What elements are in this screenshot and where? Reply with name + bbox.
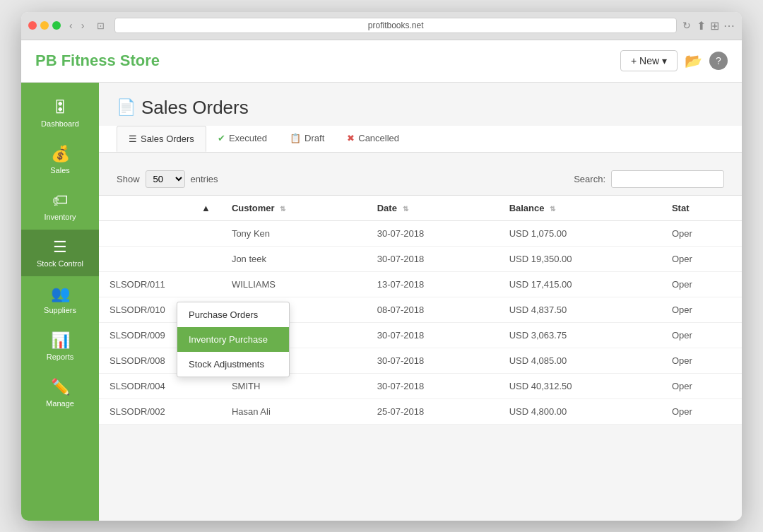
col-sort[interactable]: ▲ [191,195,221,220]
cell-balance: USD 19,350.00 [499,246,661,271]
cell-customer[interactable]: Tony Ken [221,220,367,246]
entries-select[interactable]: 10 25 50 100 [146,170,185,188]
table-controls: Show 10 25 50 100 entries Search: [99,163,742,195]
manage-icon: ✏️ [51,378,70,396]
window-resize-button[interactable]: ⊡ [93,19,109,32]
traffic-lights [28,21,61,30]
sidebar-label-reports: Reports [47,353,74,361]
cell-balance: USD 1,075.00 [499,220,661,246]
sidebar-item-suppliers[interactable]: 👥 Suppliers [21,276,99,323]
forward-button[interactable]: › [78,18,88,32]
address-bar[interactable]: profitbooks.net [114,18,677,33]
traffic-light-green[interactable] [52,21,61,30]
dropdown-item-inventory-purchase[interactable]: Inventory Purchase [177,327,289,352]
table-row: Tony Ken 30-07-2018 USD 1,075.00 Oper [99,220,742,246]
main-content: 📄 Sales Orders ☰ Sales Orders ✔ Executed [99,83,742,521]
search-input[interactable] [611,170,724,188]
sidebar-item-inventory[interactable]: 🏷 Inventory [21,183,99,230]
cell-order-no[interactable]: SLSODR/002 [99,398,191,424]
sidebar-item-stock-control[interactable]: ☰ Stock Control [21,230,99,276]
tab-executed[interactable]: ✔ Executed [206,126,278,152]
traffic-light-red[interactable] [28,21,37,30]
sidebar-label-suppliers: Suppliers [44,306,76,314]
cell-date: 30-07-2018 [367,220,499,246]
cell-customer[interactable]: Jon teek [221,246,367,271]
cell-order-no[interactable]: SLSODR/011 [99,271,191,297]
share-button[interactable]: ⬆ [697,19,706,32]
sales-orders-tab-label: Sales Orders [141,134,194,144]
cell-balance: USD 17,415.00 [499,271,661,297]
dropdown-item-stock-adjustments[interactable]: Stock Adjustments [177,352,289,377]
cell-date: 30-07-2018 [367,322,499,348]
app-container: PB Fitness Store + New ▾ 📂 ? 🎛 Dashboard… [21,40,742,521]
nav-buttons: ‹ › [66,18,87,32]
page-title-icon: 📄 [117,98,136,117]
sidebar-item-sales[interactable]: 💰 Sales [21,136,99,183]
traffic-light-yellow[interactable] [40,21,49,30]
sidebar-label-dashboard: Dashboard [41,119,79,128]
cell-date: 30-07-2018 [367,246,499,271]
table-row: SLSODR/002 Hasan Ali 25-07-2018 USD 4,80… [99,398,742,424]
cell-balance: USD 3,063.75 [499,322,661,348]
col-order-no[interactable] [99,195,191,220]
cell-status: Oper [661,348,742,373]
sidebar-label-inventory: Inventory [44,213,76,221]
sidebar-item-manage[interactable]: ✏️ Manage [21,370,99,416]
new-button[interactable]: + New ▾ [620,50,678,71]
tab-sales-orders[interactable]: ☰ Sales Orders [117,126,206,152]
stock-control-icon: ☰ [53,238,67,256]
sidebar-item-reports[interactable]: 📊 Reports [21,323,99,370]
cell-balance: USD 4,800.00 [499,398,661,424]
reports-icon: 📊 [51,331,70,350]
draft-tab-label: Draft [304,133,324,143]
cell-date: 30-07-2018 [367,373,499,398]
help-icon-button[interactable]: ? [709,52,728,70]
cell-order-no [99,246,191,271]
col-date[interactable]: Date ⇅ [367,195,499,220]
tab-draft[interactable]: 📋 Draft [278,126,336,152]
sales-icon: 💰 [51,145,70,163]
cancelled-tab-icon: ✖ [347,133,355,143]
reload-icon[interactable]: ↻ [682,20,691,31]
col-customer[interactable]: Customer ⇅ [221,195,367,220]
cell-date: 13-07-2018 [367,271,499,297]
cancelled-tab-label: Cancelled [358,133,399,143]
col-balance[interactable]: Balance ⇅ [499,195,661,220]
cell-sort-indicator [191,398,221,424]
sidebar-label-manage: Manage [46,399,74,408]
table-row: Jon teek 30-07-2018 USD 19,350.00 Oper [99,246,742,271]
dropdown-item-purchase-orders[interactable]: Purchase Orders [177,302,289,327]
sidebar-item-dashboard[interactable]: 🎛 Dashboard [21,90,99,136]
browser-actions: ⬆ ⊞ ⋯ [697,19,735,32]
show-label: Show [117,174,140,184]
tab-cancelled[interactable]: ✖ Cancelled [336,126,410,152]
folder-icon-button[interactable]: 📂 [685,52,702,69]
dropdown-menu: Purchase Orders Inventory Purchase Stock… [177,302,290,377]
sidebar-toggle-button[interactable]: ⊞ [710,19,719,32]
cell-balance: USD 4,085.00 [499,348,661,373]
cell-status: Oper [661,220,742,246]
cell-date: 08-07-2018 [367,297,499,322]
table-row: SLSODR/011 WILLIAMS 13-07-2018 USD 17,41… [99,271,742,297]
cell-status: Oper [661,271,742,297]
header-actions: + New ▾ 📂 ? [620,50,728,71]
cell-status: Oper [661,297,742,322]
cell-date: 25-07-2018 [367,398,499,424]
cell-order-no [99,220,191,246]
executed-tab-icon: ✔ [218,133,225,143]
cell-customer[interactable]: WILLIAMS [221,271,367,297]
browser-window: ‹ › ⊡ profitbooks.net ↻ ⬆ ⊞ ⋯ PB Fitness… [21,12,742,521]
app-body: 🎛 Dashboard 💰 Sales 🏷 Inventory ☰ Stock … [21,83,742,521]
cell-customer[interactable]: Hasan Ali [221,398,367,424]
more-button[interactable]: ⋯ [723,19,735,32]
col-status[interactable]: Stat [661,195,742,220]
sidebar-label-stock-control: Stock Control [37,259,83,268]
app-logo: PB Fitness Store [35,52,160,70]
search-container: Search: [574,170,724,188]
cell-balance: USD 4,837.50 [499,297,661,322]
cell-balance: USD 40,312.50 [499,373,661,398]
cell-sort-indicator [191,246,221,271]
draft-tab-icon: 📋 [290,133,301,143]
search-label: Search: [574,174,605,184]
back-button[interactable]: ‹ [66,18,76,32]
